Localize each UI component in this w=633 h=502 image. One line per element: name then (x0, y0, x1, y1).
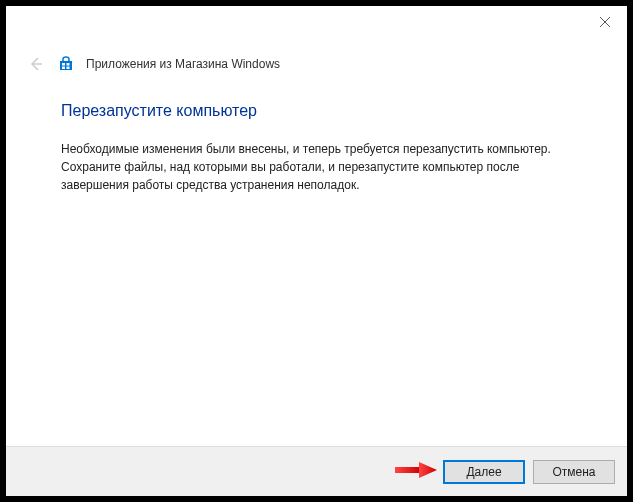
page-heading: Перезапустите компьютер (61, 102, 572, 120)
svg-rect-7 (395, 467, 421, 473)
titlebar (6, 6, 627, 38)
content-area: Перезапустите компьютер Необходимые изме… (6, 82, 627, 446)
svg-rect-6 (67, 67, 70, 70)
back-button (26, 54, 46, 74)
close-icon (600, 17, 610, 27)
store-icon (56, 54, 76, 74)
svg-rect-5 (62, 67, 65, 70)
header-title: Приложения из Магазина Windows (86, 57, 280, 71)
body-text: Необходимые изменения были внесены, и те… (61, 140, 572, 194)
next-button[interactable]: Далее (443, 460, 525, 484)
annotation-arrow (393, 460, 437, 484)
troubleshooter-window: Приложения из Магазина Windows Перезапус… (6, 6, 627, 496)
svg-rect-4 (67, 63, 70, 66)
header: Приложения из Магазина Windows (6, 38, 627, 82)
back-arrow-icon (28, 56, 44, 72)
cancel-button[interactable]: Отмена (533, 460, 615, 484)
footer: Далее Отмена (6, 446, 627, 496)
svg-rect-3 (62, 63, 65, 66)
close-button[interactable] (597, 14, 613, 30)
svg-marker-8 (419, 462, 437, 478)
